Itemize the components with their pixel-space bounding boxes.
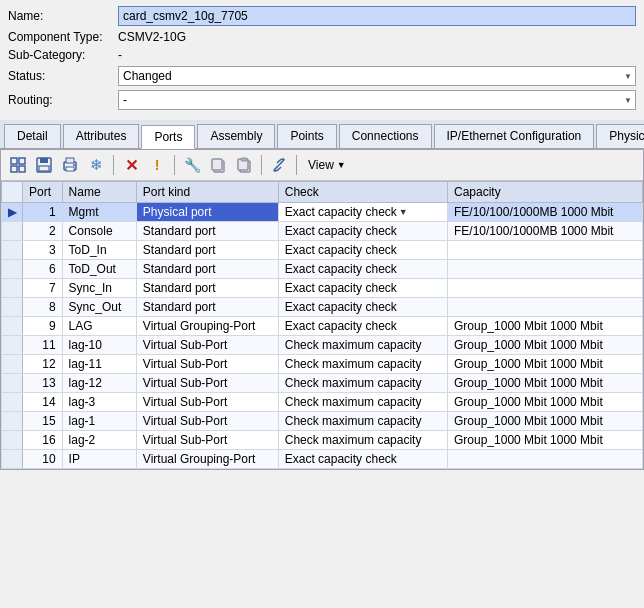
toolbar-btn-paste[interactable] [233,154,255,176]
copy-icon [210,157,226,173]
check-dropdown-arrow[interactable]: ▼ [399,207,408,217]
svg-rect-5 [40,158,48,163]
cell-name: ToD_Out [62,260,136,279]
cell-name: LAG [62,317,136,336]
view-arrow: ▼ [337,160,346,170]
cell-name: IP [62,450,136,469]
cell-port: 7 [23,279,63,298]
tab-detail[interactable]: Detail [4,124,61,148]
toolbar-btn-warning[interactable]: ! [146,154,168,176]
name-row: Name: [8,6,636,26]
cell-port-kind: Virtual Sub-Port [136,336,278,355]
table-row[interactable]: 12lag-11Virtual Sub-PortCheck maximum ca… [2,355,643,374]
component-type-row: Component Type: CSMV2-10G [8,30,636,44]
tab-attributes[interactable]: Attributes [63,124,140,148]
cell-port-kind: Standard port [136,260,278,279]
toolbar-btn-snowflake[interactable]: ❄ [85,154,107,176]
print-icon [62,157,78,173]
status-row: Status: Changed Active Inactive [8,66,636,86]
tab-ports[interactable]: Ports [141,125,195,149]
cell-check[interactable]: Exact capacity check [278,279,447,298]
table-row[interactable]: 14lag-3Virtual Sub-PortCheck maximum cap… [2,393,643,412]
table-row[interactable]: 15lag-1Virtual Sub-PortCheck maximum cap… [2,412,643,431]
cell-name: Console [62,222,136,241]
toolbar: ❄ ✕ ! 🔧 [1,150,643,181]
cell-capacity: Group_1000 Mbit 1000 Mbit [448,317,643,336]
toolbar-separator-1 [113,155,114,175]
cell-check[interactable]: Exact capacity check [278,298,447,317]
cell-check[interactable]: Exact capacity check▼ [278,203,447,222]
table-row[interactable]: 6ToD_OutStandard portExact capacity chec… [2,260,643,279]
cell-port: 2 [23,222,63,241]
ports-table: Port Name Port kind Check Capacity ▶1Mgm… [1,181,643,469]
svg-rect-2 [11,166,17,172]
cell-capacity [448,450,643,469]
routing-row: Routing: - [8,90,636,110]
cell-check[interactable]: Check maximum capacity [278,412,447,431]
toolbar-btn-wrench[interactable]: 🔧 [181,154,203,176]
cell-check[interactable]: Check maximum capacity [278,431,447,450]
table-row[interactable]: 11lag-10Virtual Sub-PortCheck maximum ca… [2,336,643,355]
table-row[interactable]: ▶1MgmtPhysical portExact capacity check▼… [2,203,643,222]
table-row[interactable]: 8Sync_OutStandard portExact capacity che… [2,298,643,317]
routing-select[interactable]: - [118,90,636,110]
name-input[interactable] [118,6,636,26]
cell-port: 1 [23,203,63,222]
table-row[interactable]: 7Sync_InStandard portExact capacity chec… [2,279,643,298]
cell-check[interactable]: Exact capacity check [278,241,447,260]
toolbar-btn-copy[interactable] [207,154,229,176]
toolbar-btn-link[interactable] [268,154,290,176]
cell-port: 12 [23,355,63,374]
tab-points[interactable]: Points [277,124,336,148]
cell-capacity: Group_1000 Mbit 1000 Mbit [448,393,643,412]
cell-check[interactable]: Exact capacity check [278,222,447,241]
svg-rect-12 [212,159,222,170]
status-label: Status: [8,69,118,83]
toolbar-btn-save[interactable] [33,154,55,176]
cell-port-kind: Standard port [136,298,278,317]
table-body: ▶1MgmtPhysical portExact capacity check▼… [2,203,643,469]
cell-capacity: FE/10/100/1000MB 1000 Mbit [448,203,643,222]
status-select-wrapper[interactable]: Changed Active Inactive [118,66,636,86]
cell-check[interactable]: Check maximum capacity [278,374,447,393]
status-select[interactable]: Changed Active Inactive [118,66,636,86]
tab-connections[interactable]: Connections [339,124,432,148]
name-label: Name: [8,9,118,23]
col-check: Check [278,182,447,203]
col-capacity: Capacity [448,182,643,203]
cell-check[interactable]: Check maximum capacity [278,355,447,374]
toolbar-btn-table[interactable] [7,154,29,176]
row-selector [2,374,23,393]
table-row[interactable]: 10IPVirtual Grouping-PortExact capacity … [2,450,643,469]
routing-select-wrapper[interactable]: - [118,90,636,110]
toolbar-btn-print[interactable] [59,154,81,176]
cell-name: lag-11 [62,355,136,374]
toolbar-separator-3 [261,155,262,175]
tab-assembly[interactable]: Assembly [197,124,275,148]
view-button[interactable]: View ▼ [303,155,351,175]
table-row[interactable]: 13lag-12Virtual Sub-PortCheck maximum ca… [2,374,643,393]
table-icon [10,157,26,173]
cell-capacity: Group_1000 Mbit 1000 Mbit [448,431,643,450]
cell-port-kind: Virtual Grouping-Port [136,450,278,469]
svg-rect-9 [66,167,74,171]
cell-name: lag-12 [62,374,136,393]
toolbar-btn-delete[interactable]: ✕ [120,154,142,176]
table-row[interactable]: 2ConsoleStandard portExact capacity chec… [2,222,643,241]
tab-ip-ethernet[interactable]: IP/Ethernet Configuration [434,124,595,148]
cell-port-kind: Virtual Sub-Port [136,431,278,450]
table-row[interactable]: 3ToD_InStandard portExact capacity check [2,241,643,260]
cell-check[interactable]: Check maximum capacity [278,393,447,412]
svg-rect-1 [19,158,25,164]
cell-capacity: Group_1000 Mbit 1000 Mbit [448,374,643,393]
cell-check[interactable]: Check maximum capacity [278,336,447,355]
freeze-icon: ❄ [90,156,103,174]
row-selector [2,241,23,260]
cell-check[interactable]: Exact capacity check [278,450,447,469]
table-row[interactable]: 16lag-2Virtual Sub-PortCheck maximum cap… [2,431,643,450]
cell-check[interactable]: Exact capacity check [278,317,447,336]
cell-check[interactable]: Exact capacity check [278,260,447,279]
table-row[interactable]: 9LAGVirtual Grouping-PortExact capacity … [2,317,643,336]
tab-physical[interactable]: Physical p [596,124,644,148]
cell-port-kind: Standard port [136,222,278,241]
